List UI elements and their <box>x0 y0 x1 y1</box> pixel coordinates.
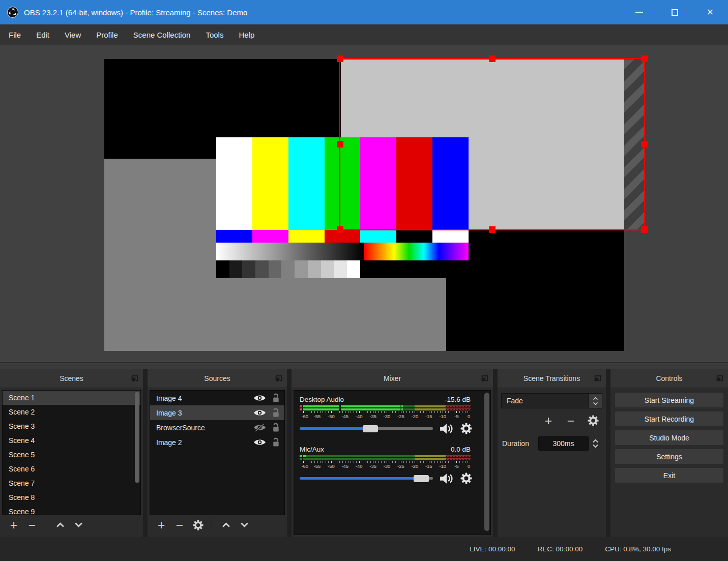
selection-handle-mid-right[interactable] <box>641 141 648 147</box>
scene-move-up-button[interactable] <box>51 517 69 533</box>
chevron-down-icon <box>593 402 598 405</box>
selection-handle-top-mid[interactable] <box>489 55 496 62</box>
channel-settings-gear-icon[interactable] <box>460 423 472 434</box>
speaker-icon[interactable] <box>440 423 454 434</box>
menu-tools[interactable]: Tools <box>198 24 231 45</box>
maximize-icon <box>672 9 678 16</box>
minimize-button[interactable] <box>621 0 657 24</box>
source-item[interactable]: BrowserSource <box>150 420 284 435</box>
mixer-scrollbar[interactable] <box>484 393 489 531</box>
menu-profile[interactable]: Profile <box>89 24 126 45</box>
scene-move-down-button[interactable] <box>70 517 87 533</box>
scene-item[interactable]: Scene 6 <box>3 462 140 476</box>
title-bar: OBS 23.2.1 (64-bit, windows) - Profile: … <box>0 0 728 24</box>
selection-handle-top-right[interactable] <box>641 55 648 62</box>
menu-scene-collection[interactable]: Scene Collection <box>126 24 198 45</box>
remove-transition-button[interactable]: − <box>564 413 578 428</box>
visible-eye-icon[interactable] <box>253 394 266 402</box>
duration-spin-arrows[interactable] <box>589 436 602 451</box>
volume-meter <box>300 455 471 461</box>
remove-scene-button[interactable]: − <box>23 517 41 533</box>
mixer-panel: Mixer Desktop Audio -15.6 dB -60-55 - <box>292 369 493 537</box>
studio-mode-button[interactable]: Studio Mode <box>615 430 724 446</box>
source-move-up-button[interactable] <box>217 517 235 533</box>
float-panel-icon[interactable] <box>131 375 138 381</box>
selection-handle-bottom-mid[interactable] <box>489 226 496 233</box>
sources-panel: Sources Image 4 Image 3 BrowserSource Im… <box>148 369 287 537</box>
transitions-panel-title: Scene Transitions <box>523 374 580 382</box>
source-black-rect-2[interactable] <box>446 230 624 351</box>
source-item[interactable]: Image 3 <box>150 405 284 420</box>
mixer-body: Desktop Audio -15.6 dB -60-55 -50-45 -40… <box>294 390 491 535</box>
rec-time: REC: 00:00:00 <box>538 545 583 553</box>
selection-handle-top-left[interactable] <box>337 55 343 62</box>
selection-handle-bottom-left[interactable] <box>337 226 343 233</box>
source-move-down-button[interactable] <box>236 517 253 533</box>
unlock-icon[interactable] <box>271 393 280 403</box>
add-transition-button[interactable]: + <box>541 413 556 428</box>
channel-level-db: -15.6 dB <box>445 396 471 403</box>
speaker-icon[interactable] <box>440 473 454 484</box>
source-item[interactable]: Image 2 <box>150 435 284 450</box>
sources-list[interactable]: Image 4 Image 3 BrowserSource Image 2 <box>150 390 285 515</box>
minimize-icon <box>635 12 643 13</box>
scene-item[interactable]: Scene 3 <box>3 419 140 433</box>
settings-button[interactable]: Settings <box>615 449 724 464</box>
selection-border[interactable] <box>339 58 645 230</box>
scene-item[interactable]: Scene 9 <box>3 505 140 515</box>
start-streaming-button[interactable]: Start Streaming <box>615 392 724 408</box>
mixer-channel-mic-aux: Mic/Aux 0.0 dB -60-55 -50-45 -40-35 -30-… <box>300 446 477 484</box>
menu-file[interactable]: File <box>1 24 28 45</box>
preview-canvas[interactable] <box>0 45 728 362</box>
volume-slider[interactable] <box>300 477 433 480</box>
mixer-panel-title: Mixer <box>384 374 401 382</box>
maximize-button[interactable] <box>657 0 692 24</box>
float-panel-icon[interactable] <box>594 375 601 381</box>
chevron-up-icon <box>593 397 598 400</box>
selection-handle-mid-left[interactable] <box>337 141 343 147</box>
selection-handle-bottom-right[interactable] <box>641 226 648 233</box>
exit-button[interactable]: Exit <box>615 467 724 483</box>
close-button[interactable]: × <box>692 0 728 24</box>
transition-select-arrows[interactable] <box>588 394 602 408</box>
scene-item[interactable]: Scene 5 <box>3 448 140 462</box>
volume-slider-knob[interactable] <box>363 425 378 432</box>
scene-item[interactable]: Scene 4 <box>3 433 140 448</box>
transition-select[interactable]: Fade <box>501 393 602 408</box>
unlock-icon[interactable] <box>271 408 280 418</box>
duration-spinbox[interactable]: 300ms <box>538 436 602 451</box>
scene-item[interactable]: Scene 8 <box>3 490 140 505</box>
obs-logo-icon <box>7 6 19 18</box>
add-scene-button[interactable]: + <box>5 517 22 533</box>
scenes-panel: Scenes Scene 1 Scene 2 Scene 3 Scene 4 S… <box>0 369 143 537</box>
scenes-list[interactable]: Scene 1 Scene 2 Scene 3 Scene 4 Scene 5 … <box>2 390 141 515</box>
menu-help[interactable]: Help <box>231 24 262 45</box>
float-panel-icon[interactable] <box>716 375 723 381</box>
add-source-button[interactable]: + <box>153 517 170 533</box>
float-panel-icon[interactable] <box>275 375 282 381</box>
float-panel-icon[interactable] <box>481 375 488 381</box>
transition-properties-button[interactable] <box>586 413 600 428</box>
menu-edit[interactable]: Edit <box>28 24 57 45</box>
visible-eye-icon[interactable] <box>253 408 266 417</box>
duration-value[interactable]: 300ms <box>538 436 589 451</box>
start-recording-button[interactable]: Start Recording <box>615 411 724 427</box>
source-properties-button[interactable] <box>189 517 207 533</box>
visible-eye-icon[interactable] <box>253 438 266 447</box>
scene-item[interactable]: Scene 2 <box>3 405 140 419</box>
scene-item[interactable]: Scene 1 <box>3 391 140 405</box>
menu-view[interactable]: View <box>57 24 89 45</box>
volume-slider[interactable] <box>300 427 433 430</box>
hidden-eye-slash-icon[interactable] <box>253 423 266 432</box>
remove-source-button[interactable]: − <box>171 517 188 533</box>
unlock-icon[interactable] <box>271 423 280 432</box>
scenes-scrollbar[interactable] <box>135 392 139 483</box>
unlock-icon[interactable] <box>271 437 280 447</box>
volume-slider-knob[interactable] <box>414 475 429 482</box>
test-pattern-gradients <box>216 243 469 260</box>
channel-name: Desktop Audio <box>300 396 445 403</box>
scene-item[interactable]: Scene 7 <box>3 476 140 490</box>
source-item[interactable]: Image 4 <box>150 391 284 405</box>
channel-settings-gear-icon[interactable] <box>460 473 472 484</box>
dock-splitter[interactable] <box>0 362 728 369</box>
